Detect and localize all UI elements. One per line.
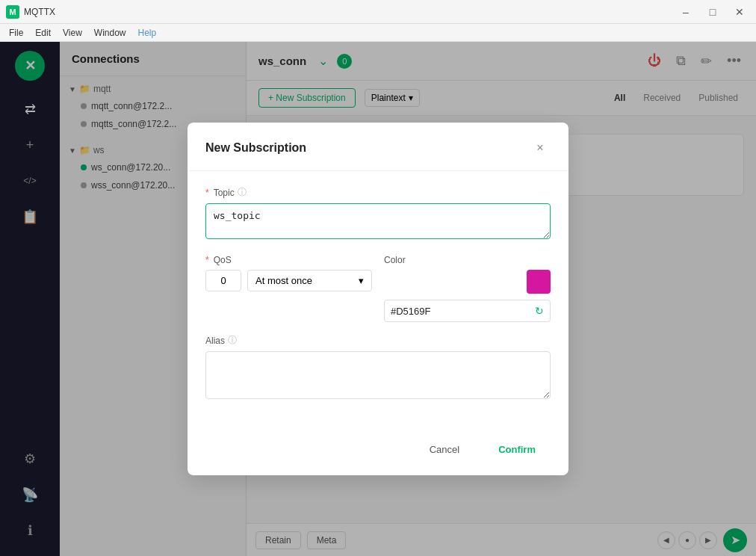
qos-label: * QoS	[205, 255, 372, 265]
dialog-body: * Topic ⓘ * QoS At most o	[188, 171, 568, 430]
alias-input[interactable]	[205, 351, 551, 399]
dialog-title: New Subscription	[205, 141, 530, 155]
modal-overlay: New Subscription × * Topic ⓘ * QoS	[0, 42, 756, 556]
dialog-footer: Cancel Confirm	[188, 430, 568, 475]
alias-label-text: Alias	[205, 336, 225, 346]
topic-label: * Topic ⓘ	[205, 186, 551, 199]
color-preview-swatch[interactable]	[527, 270, 551, 294]
svg-text:M: M	[9, 7, 16, 16]
qos-controls: At most once ▾	[205, 270, 372, 291]
close-button[interactable]: ✕	[729, 1, 750, 22]
maximize-button[interactable]: □	[702, 1, 723, 22]
topic-input[interactable]	[205, 203, 551, 239]
color-field-group: Color ↻	[384, 255, 551, 322]
color-label-text: Color	[384, 255, 406, 265]
menu-bar: File Edit View Window Help	[0, 24, 756, 42]
color-hex-input[interactable]	[391, 306, 532, 317]
menu-file[interactable]: File	[3, 26, 29, 40]
new-subscription-dialog: New Subscription × * Topic ⓘ * QoS	[188, 123, 568, 475]
qos-label-text: QoS	[214, 255, 232, 265]
topic-required-mark: *	[205, 188, 209, 198]
topic-info-icon[interactable]: ⓘ	[238, 186, 247, 199]
alias-info-icon[interactable]: ⓘ	[228, 334, 237, 347]
dialog-header: New Subscription ×	[188, 123, 568, 171]
window-controls: – □ ✕	[675, 1, 750, 22]
alias-label: Alias ⓘ	[205, 334, 551, 347]
qos-option-label: At most once	[255, 275, 312, 286]
cancel-button[interactable]: Cancel	[415, 439, 474, 460]
qos-number-input[interactable]	[205, 270, 241, 291]
title-bar: M MQTTX – □ ✕	[0, 0, 756, 24]
dialog-close-button[interactable]: ×	[530, 138, 551, 158]
color-input-row: ↻	[384, 300, 551, 322]
qos-required-mark: *	[205, 255, 209, 265]
refresh-color-icon[interactable]: ↻	[535, 305, 544, 317]
menu-window[interactable]: Window	[88, 26, 132, 40]
confirm-button[interactable]: Confirm	[483, 439, 551, 460]
topic-field-group: * Topic ⓘ	[205, 186, 551, 241]
qos-field-group: * QoS At most once ▾	[205, 255, 372, 322]
menu-view[interactable]: View	[57, 26, 88, 40]
qos-option-select[interactable]: At most once ▾	[247, 270, 372, 291]
alias-field-group: Alias ⓘ	[205, 334, 551, 401]
app-logo-icon: M	[6, 5, 19, 19]
app-title: MQTTX	[24, 7, 675, 17]
menu-edit[interactable]: Edit	[29, 26, 57, 40]
chevron-down-icon: ▾	[359, 275, 364, 286]
topic-label-text: Topic	[214, 188, 235, 198]
color-label: Color	[384, 255, 551, 265]
menu-help[interactable]: Help	[132, 26, 163, 40]
qos-color-row: * QoS At most once ▾ Color	[205, 255, 551, 322]
minimize-button[interactable]: –	[675, 1, 696, 22]
